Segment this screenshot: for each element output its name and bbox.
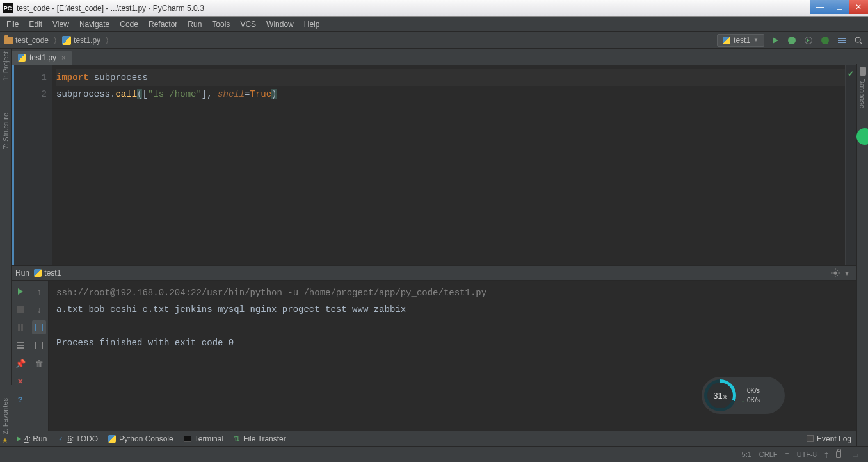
breadcrumb-separator-icon: ⟩ xyxy=(54,36,57,45)
tab-python-console[interactable]: Python Console xyxy=(108,434,173,443)
star-icon: ★ xyxy=(2,436,8,445)
window-title: test_code - [E:\test_code] - ...\test1.p… xyxy=(17,4,204,13)
close-run-button[interactable]: × xyxy=(13,374,28,388)
run-coverage-button[interactable] xyxy=(803,35,814,46)
folder-icon xyxy=(4,37,13,44)
rerun-button[interactable] xyxy=(13,285,28,299)
arrow-down-icon: ↓ xyxy=(741,397,744,404)
arrow-down-icon: ↓ xyxy=(37,304,42,315)
tab-event-log[interactable]: Event Log xyxy=(807,434,851,443)
tab-file-transfer[interactable]: ⇅File Transfer xyxy=(234,434,286,443)
breadcrumb-separator-icon: ⟩ xyxy=(106,36,109,45)
run-panel-title: Run xyxy=(15,268,31,277)
window-controls: — ☐ ✕ xyxy=(810,0,868,14)
soft-wrap-button[interactable] xyxy=(32,320,46,334)
tab-terminal[interactable]: Terminal xyxy=(184,434,223,443)
inspection-ok-icon: ✔ xyxy=(848,69,854,78)
pause-button[interactable] xyxy=(13,320,28,334)
terminal-label: Terminal xyxy=(195,434,223,443)
menu-vcs[interactable]: VCS xyxy=(235,18,261,31)
transfer-icon: ⇅ xyxy=(234,434,240,443)
menu-code[interactable]: Code xyxy=(115,18,143,31)
menu-help[interactable]: Help xyxy=(299,18,325,31)
pin-button[interactable]: 📌 xyxy=(13,356,28,370)
editor-tab-test1[interactable]: test1.py × xyxy=(12,51,72,65)
close-tab-icon[interactable]: × xyxy=(61,54,65,62)
menu-view[interactable]: View xyxy=(47,18,74,31)
svg-line-1 xyxy=(860,42,862,44)
editor-tab-label: test1.py xyxy=(29,53,56,62)
console-command-line: ssh://root@192.168.0.204:22/usr/bin/pyth… xyxy=(56,285,849,301)
editor-code-area[interactable]: import subprocess subprocess.call(["ls /… xyxy=(52,65,856,265)
globe-icon xyxy=(821,37,829,44)
toolwindow-database[interactable]: Database xyxy=(858,78,866,108)
window-minimize-button[interactable]: — xyxy=(810,0,830,14)
list-icon xyxy=(17,342,24,349)
menu-window[interactable]: Window xyxy=(261,18,299,31)
pause-icon xyxy=(18,324,23,331)
clear-button[interactable]: 🗑 xyxy=(32,356,46,370)
breadcrumb-folder[interactable]: test_code xyxy=(4,36,49,45)
bracket-close: ] xyxy=(202,89,207,99)
run-panel-header: Run test1 ▾ xyxy=(12,265,856,281)
editor-splitter[interactable] xyxy=(737,65,737,265)
performance-widget[interactable]: 31% ↑0K/s ↓0K/s xyxy=(702,377,785,414)
arrow-up-icon: ↑ xyxy=(37,286,42,297)
right-tool-strip: Database xyxy=(856,64,868,446)
search-everywhere-button[interactable] xyxy=(853,35,864,46)
run-button[interactable] xyxy=(769,35,781,46)
code-editor[interactable]: 1 2 import subprocess subprocess.call(["… xyxy=(12,65,856,265)
file-encoding[interactable]: UTF-8 xyxy=(797,450,817,458)
function-name: call xyxy=(115,89,137,99)
cpu-ring-icon: 31% xyxy=(704,379,736,411)
editor-tabs: test1.py × xyxy=(0,49,868,65)
menu-refactor[interactable]: Refactor xyxy=(143,18,182,31)
menu-tools[interactable]: Tools xyxy=(207,18,235,31)
menu-edit[interactable]: Edit xyxy=(24,18,47,31)
debug-button[interactable] xyxy=(786,35,798,46)
editor-gutter: 1 2 xyxy=(12,65,52,265)
stop-button[interactable] xyxy=(13,302,28,317)
menu-run[interactable]: Run xyxy=(182,18,207,31)
caret-position: 5:1 xyxy=(742,450,751,458)
memory-indicator[interactable]: ▭ xyxy=(849,450,862,459)
structure-tool-label: 7: Structure xyxy=(2,113,10,149)
toolwindow-project[interactable]: 1: Project xyxy=(2,51,10,81)
lock-icon[interactable] xyxy=(836,451,841,458)
line-ending[interactable]: CRLF xyxy=(759,450,778,458)
menu-navigate[interactable]: Navigate xyxy=(74,18,115,31)
toolwindow-structure[interactable]: 7: Structure xyxy=(2,113,10,149)
keyword-true: True xyxy=(250,89,272,99)
menu-file[interactable]: File xyxy=(1,18,24,31)
scroll-down-button[interactable]: ↓ xyxy=(32,302,46,317)
help-button[interactable]: ? xyxy=(13,392,28,406)
run-panel-settings-button[interactable] xyxy=(830,267,841,279)
python-file-icon xyxy=(18,54,26,62)
print-button[interactable] xyxy=(32,338,46,352)
menu-bar: File Edit View Navigate Code Refactor Ru… xyxy=(0,17,868,32)
open-browser-button[interactable] xyxy=(819,35,831,46)
pin-icon: 📌 xyxy=(15,359,26,368)
left-tool-strip-bottom: 2: Favorites ★ xyxy=(0,385,12,446)
bracket-open: [ xyxy=(142,89,147,99)
file-transfer-label: File Transfer xyxy=(243,434,286,443)
window-maximize-button[interactable]: ☐ xyxy=(830,0,849,14)
view-list-button[interactable] xyxy=(13,338,28,352)
structure-lines-button[interactable] xyxy=(836,35,848,46)
tab-todo[interactable]: ☑6: TODO xyxy=(57,434,98,443)
python-icon xyxy=(723,37,730,44)
favorites-tool-label: 2: Favorites xyxy=(1,398,9,434)
search-icon xyxy=(854,36,863,45)
breadcrumb-folder-label: test_code xyxy=(15,36,49,45)
window-close-button[interactable]: ✕ xyxy=(849,0,868,14)
toolwindow-favorites[interactable]: 2: Favorites xyxy=(1,398,9,434)
scroll-up-button[interactable]: ↑ xyxy=(32,285,46,299)
window-titlebar: PC test_code - [E:\test_code] - ...\test… xyxy=(0,0,868,17)
run-config-selector[interactable]: test1 ▼ xyxy=(717,34,764,47)
tab-run[interactable]: 4: Run xyxy=(17,434,47,443)
breadcrumb-file[interactable]: test1.py xyxy=(62,36,100,45)
run-panel-hide-button[interactable]: ▾ xyxy=(841,267,853,279)
line-number: 2 xyxy=(14,86,47,103)
coverage-icon xyxy=(805,37,812,44)
python-icon xyxy=(108,435,116,443)
